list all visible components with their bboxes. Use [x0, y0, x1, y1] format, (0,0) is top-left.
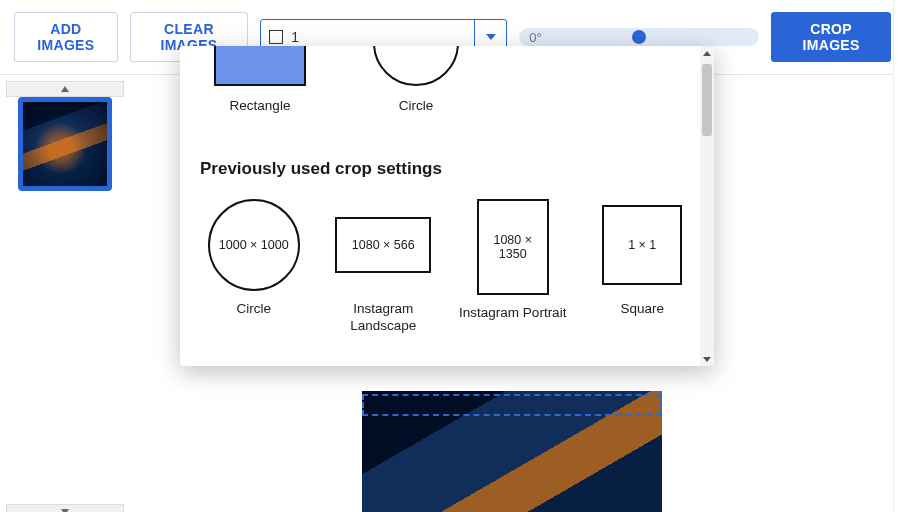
svg-marker-3 — [703, 51, 711, 56]
preset-label: Instagram Portrait — [459, 305, 567, 322]
dropdown-scroll-track[interactable] — [700, 60, 714, 352]
preset-shape-portrait: 1080 × 1350 — [477, 199, 549, 295]
crop-images-button[interactable]: CROP IMAGES — [771, 12, 891, 62]
sidebar-scroll-down[interactable] — [6, 504, 124, 512]
rotation-slider[interactable]: 0° — [519, 28, 759, 46]
chevron-down-icon — [485, 31, 497, 43]
dropdown-scrollbar[interactable] — [700, 46, 714, 366]
svg-marker-4 — [703, 357, 711, 362]
crop-selection-overlay[interactable] — [362, 394, 662, 416]
preset-instagram-landscape[interactable]: 1080 × 566 Instagram Landscape — [330, 199, 438, 335]
dropdown-body: Rectangle Circle Previously used crop se… — [180, 46, 714, 366]
previous-settings-title: Previously used crop settings — [200, 159, 696, 179]
preset-label: Instagram Landscape — [330, 301, 438, 335]
preset-instagram-portrait[interactable]: 1080 × 1350 Instagram Portrait — [459, 199, 567, 335]
presets-row: 1000 × 1000 Circle 1080 × 566 Instagram … — [198, 199, 696, 335]
rectangle-shape-icon — [214, 46, 306, 86]
ratio-swatch-icon — [269, 30, 283, 44]
preset-shape-circle: 1000 × 1000 — [208, 199, 300, 291]
svg-marker-1 — [61, 86, 69, 92]
preset-circle[interactable]: 1000 × 1000 Circle — [200, 199, 308, 335]
chevron-up-icon — [61, 86, 69, 92]
preset-shape-square: 1 × 1 — [602, 205, 682, 285]
thumbnail-image — [23, 102, 107, 186]
dropdown-scroll-thumb[interactable] — [702, 64, 712, 136]
rotation-slider-track[interactable]: 0° — [519, 28, 759, 46]
shape-option-circle[interactable]: Circle — [362, 46, 470, 113]
shape-option-rectangle[interactable]: Rectangle — [206, 46, 314, 113]
thumbnail-selected[interactable] — [18, 97, 112, 191]
circle-shape-icon — [373, 46, 459, 86]
shape-label: Circle — [362, 98, 470, 113]
shape-label: Rectangle — [206, 98, 314, 113]
preview-image[interactable] — [362, 391, 662, 512]
add-images-button[interactable]: ADD IMAGES — [14, 12, 118, 62]
preset-square[interactable]: 1 × 1 Square — [589, 199, 697, 335]
chevron-down-icon — [703, 357, 711, 362]
rotation-value-label: 0° — [529, 30, 541, 45]
svg-marker-0 — [486, 34, 496, 40]
dropdown-scroll-up[interactable] — [700, 46, 714, 60]
preset-label: Circle — [200, 301, 308, 318]
aspect-ratio-input[interactable] — [283, 29, 474, 45]
right-panel-edge — [893, 0, 905, 512]
rotation-slider-thumb[interactable] — [632, 30, 646, 44]
dropdown-scroll-down[interactable] — [700, 352, 714, 366]
preset-shape-landscape: 1080 × 566 — [335, 217, 431, 273]
sidebar-scroll-up[interactable] — [6, 81, 124, 97]
aspect-ratio-dropdown-panel: Rectangle Circle Previously used crop se… — [180, 46, 714, 366]
chevron-up-icon — [703, 51, 711, 56]
shape-row: Rectangle Circle — [198, 46, 696, 113]
thumbnail-sidebar — [0, 75, 130, 512]
preset-label: Square — [589, 301, 697, 318]
